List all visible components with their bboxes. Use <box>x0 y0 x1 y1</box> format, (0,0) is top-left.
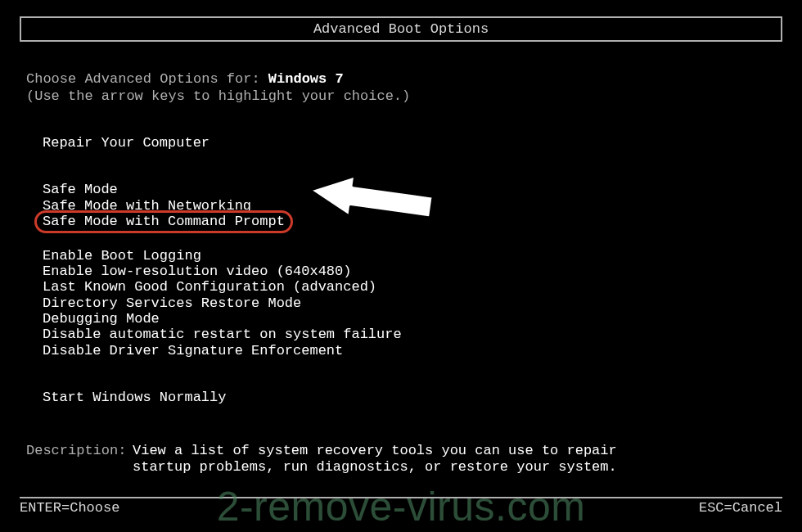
footer-bar: ENTER=Choose ESC=Cancel <box>20 497 782 516</box>
option-enable-boot-logging[interactable]: Enable Boot Logging <box>43 248 802 264</box>
option-start-windows-normally[interactable]: Start Windows Normally <box>43 390 802 405</box>
boot-options-screen: Advanced Boot Options Choose Advanced Op… <box>0 0 802 532</box>
option-last-known-good[interactable]: Last Known Good Configuration (advanced) <box>43 279 802 295</box>
option-safe-mode-command-prompt[interactable]: Safe Mode with Command Prompt <box>43 214 285 229</box>
option-safe-mode[interactable]: Safe Mode <box>43 182 802 197</box>
option-low-res-video[interactable]: Enable low-resolution video (640x480) <box>43 264 802 279</box>
hint-line: (Use the arrow keys to highlight your ch… <box>26 88 802 104</box>
highlighted-option-wrap: Safe Mode with Command Prompt <box>43 214 285 229</box>
description-text: View a list of system recovery tools you… <box>133 443 640 475</box>
footer-esc: ESC=Cancel <box>699 500 782 516</box>
description-block: Description: View a list of system recov… <box>26 443 640 475</box>
option-disable-driver-sig[interactable]: Disable Driver Signature Enforcement <box>43 343 802 358</box>
option-safe-mode-networking[interactable]: Safe Mode with Networking <box>43 198 802 214</box>
option-group-normal: Start Windows Normally <box>43 390 802 405</box>
option-disable-auto-restart[interactable]: Disable automatic restart on system fail… <box>43 327 802 342</box>
footer-enter: ENTER=Choose <box>20 500 119 516</box>
title-box: Advanced Boot Options <box>20 16 782 42</box>
option-directory-services-restore[interactable]: Directory Services Restore Mode <box>43 295 802 311</box>
description-label: Description: <box>26 443 133 475</box>
os-name: Windows 7 <box>268 71 344 87</box>
option-repair-your-computer[interactable]: Repair Your Computer <box>43 135 802 151</box>
prompt-line: Choose Advanced Options for: Windows 7 <box>26 71 802 87</box>
option-group-advanced: Enable Boot Logging Enable low-resolutio… <box>43 248 802 359</box>
prompt-prefix: Choose Advanced Options for: <box>26 71 268 87</box>
option-group-repair: Repair Your Computer <box>43 135 802 151</box>
option-group-safe-mode: Safe Mode Safe Mode with Networking Safe… <box>43 182 802 229</box>
page-title: Advanced Boot Options <box>313 21 489 37</box>
option-debugging-mode[interactable]: Debugging Mode <box>43 311 802 327</box>
